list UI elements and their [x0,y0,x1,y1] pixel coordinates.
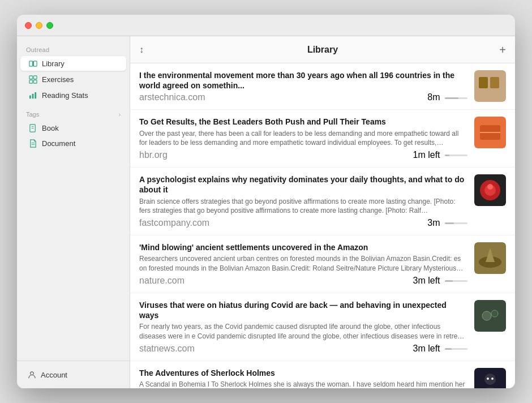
main-content: ↕ Library + I the environmental movement… [130,36,515,388]
svg-point-25 [487,184,493,190]
svg-rect-9 [35,92,36,98]
article-title: To Get Results, the Best Leaders Both Pu… [139,117,467,127]
minimize-button[interactable] [36,22,42,29]
app-window: Outread Library [17,15,515,388]
article-source: hbr.org [139,150,168,160]
article-title: 'Mind blowing' ancient settlements uncov… [139,242,467,252]
maximize-button[interactable] [46,22,53,29]
list-item[interactable]: The Adventures of Sherlock Holmes A Scan… [130,361,515,388]
account-button[interactable]: Account [20,367,126,383]
list-item[interactable]: I the environmental movement more than 3… [130,63,515,110]
article-thumbnail [474,174,506,206]
article-title: I the environmental movement more than 3… [139,70,467,91]
article-excerpt: Researchers uncovered ancient urban cent… [139,254,467,273]
sidebar-section-outread: Outread [17,42,130,55]
sidebar-item-reading-stats[interactable]: Reading Stats [20,88,126,102]
article-meta-row: hbr.org 1m left [139,150,467,160]
svg-rect-5 [29,80,32,83]
grid-icon [28,75,37,84]
account-label: Account [41,371,67,379]
article-time: 1m left [413,150,467,160]
article-time: 3m left [413,344,467,354]
sidebar-exercises-label: Exercises [42,75,74,84]
main-header: ↕ Library + [130,36,515,63]
list-item[interactable]: To Get Results, the Best Leaders Both Pu… [130,110,515,168]
svg-point-31 [491,310,498,317]
article-text: To Get Results, the Best Leaders Both Pu… [139,117,467,160]
add-button[interactable]: + [499,44,506,55]
svg-rect-3 [29,75,32,79]
sidebar-book-label: Book [42,124,59,132]
sidebar-item-book[interactable]: Book [20,121,126,135]
article-excerpt: Over the past year, there has been a cal… [139,129,467,148]
svg-point-34 [487,378,489,380]
page-title: Library [307,45,338,55]
article-source: fastcompany.com [139,218,209,228]
article-title: The Adventures of Sherlock Holmes [139,368,467,378]
svg-rect-17 [479,77,488,88]
svg-point-35 [491,378,494,380]
article-time: 3m left [413,276,467,286]
sidebar-item-document[interactable]: Document [20,136,126,151]
article-meta-row: fastcompany.com 3m [139,218,467,228]
article-thumbnail [474,368,506,388]
sort-icon[interactable]: ↕ [139,45,144,55]
articles-list: I the environmental movement more than 3… [130,63,515,388]
article-meta-row: nature.com 3m left [139,276,467,286]
chevron-down-icon: › [119,112,121,118]
titlebar [17,15,515,36]
svg-rect-6 [33,80,37,83]
svg-rect-18 [490,77,499,88]
svg-point-33 [484,374,496,385]
tags-label: Tags [26,111,39,118]
article-thumbnail [474,300,506,332]
article-text: I the environmental movement more than 3… [139,70,467,102]
article-text: Viruses that were on hiatus during Covid… [139,300,467,354]
article-text: 'Mind blowing' ancient settlements uncov… [139,242,467,286]
sidebar-reading-stats-label: Reading Stats [42,91,88,100]
doc-icon [28,139,37,148]
close-button[interactable] [25,22,32,29]
article-source: nature.com [139,276,185,286]
article-excerpt: A Scandal in Bohemia I To Sherlock Holme… [139,380,467,388]
svg-rect-1 [33,61,37,66]
svg-point-30 [482,311,491,320]
tags-section: Tags › Book [17,109,130,151]
bar-chart-icon [28,91,37,100]
content-area: Outread Library [17,36,515,388]
article-excerpt: Brain science offers strategies that go … [139,197,467,216]
sidebar-bottom: Account [17,361,130,388]
svg-rect-0 [29,61,32,66]
svg-point-15 [30,371,33,375]
article-excerpt: For nearly two years, as the Covid pande… [139,322,467,341]
sidebar-document-label: Document [42,139,75,148]
book-icon [28,123,37,132]
article-text: A psychologist explains why negativity d… [139,174,467,228]
article-thumbnail [474,117,506,148]
article-thumbnail [474,242,506,274]
sidebar-library-label: Library [42,59,65,68]
article-source: statnews.com [139,344,195,354]
article-thumbnail [474,70,506,102]
list-item[interactable]: Viruses that were on hiatus during Covid… [130,293,515,361]
sidebar-item-library[interactable]: Library [20,56,126,71]
svg-rect-7 [29,95,31,98]
svg-rect-8 [32,93,33,98]
svg-rect-4 [33,75,37,79]
list-item[interactable]: A psychologist explains why negativity d… [130,168,515,235]
account-icon [27,370,36,379]
article-source: arstechnica.com [139,92,205,102]
article-meta-row: statnews.com 3m left [139,344,467,354]
list-item[interactable]: 'Mind blowing' ancient settlements uncov… [130,235,515,293]
traffic-lights [25,22,53,29]
sidebar: Outread Library [17,36,130,388]
article-time: 8m [427,92,467,102]
article-title: A psychologist explains why negativity d… [139,174,467,195]
article-time: 3m [427,218,467,228]
book-open-icon [28,59,37,68]
article-text: The Adventures of Sherlock Holmes A Scan… [139,368,467,388]
tags-header[interactable]: Tags › [17,109,130,120]
sidebar-item-exercises[interactable]: Exercises [20,72,126,87]
article-title: Viruses that were on hiatus during Covid… [139,300,467,320]
article-meta-row: arstechnica.com 8m [139,92,467,102]
